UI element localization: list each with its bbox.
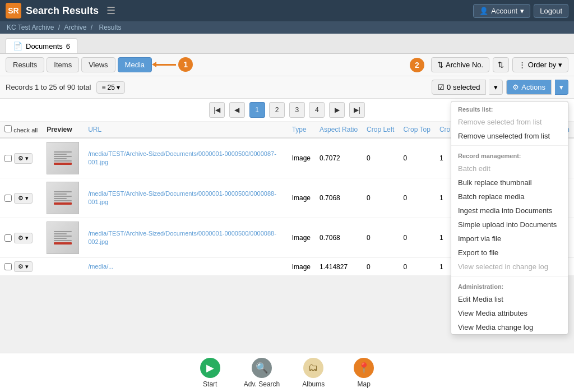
pagination-page-2[interactable]: 2 [269, 102, 285, 118]
row-4-url: /media/... [84, 258, 288, 276]
dropdown-item-remove-unselected[interactable]: Remove unselected from list [451, 129, 568, 143]
check-all-label: check all [13, 127, 38, 133]
dropdown-item-simple-upload[interactable]: Simple upload into Documents [451, 218, 568, 232]
logout-button[interactable]: Logout [534, 4, 568, 18]
breadcrumb-archive[interactable]: Archive [64, 24, 87, 31]
dropdown-item-view-media-attrs[interactable]: View Media attributes [451, 306, 568, 320]
col-crop-left: Crop Left [362, 122, 399, 138]
pagination-last-button[interactable]: ▶| [349, 102, 365, 118]
bottom-adv-search-button[interactable]: 🔍 Adv. Search [244, 358, 280, 388]
adv-search-label: Adv. Search [244, 380, 280, 388]
row-3-url-link[interactable]: /media/TEST/Archive-Sized/Documents/0000… [88, 230, 276, 245]
row-1-gear-button[interactable]: ⚙ ▾ [14, 153, 33, 164]
archive-no-button[interactable]: ⇅ Archive No. [431, 57, 489, 72]
per-page-chevron: ▾ [117, 84, 120, 91]
col-aspect-ratio: Aspect Ratio [315, 122, 362, 138]
dropdown-item-import-file[interactable]: Import via file [451, 232, 568, 246]
dropdown-item-bulk-replace-thumbnail[interactable]: Bulk replace thumbnail [451, 176, 568, 190]
row-2-gear-button[interactable]: ⚙ ▾ [14, 193, 33, 204]
pagination-next-button[interactable]: ▶ [329, 102, 345, 118]
bottom-navigation-bar: ▶ Start 🔍 Adv. Search 🗂 Albums 📍 Map [0, 353, 574, 392]
pagination-prev-button[interactable]: ◀ [229, 102, 245, 118]
start-icon: ▶ [200, 358, 220, 378]
row-1-url-link[interactable]: /media/TEST/Archive-Sized/Documents/0000… [88, 150, 276, 165]
tab-items[interactable]: Items [47, 57, 79, 72]
row-4-gear-button[interactable]: ⚙ ▾ [14, 261, 33, 272]
dropdown-item-edit-media-list[interactable]: Edit Media list [451, 292, 568, 306]
main-content: 📄 Documents 6 Results Items Views Media … [0, 34, 574, 276]
order-by-icon: ⋮ [519, 61, 526, 69]
breadcrumb: KC Test Archive / Archive / Results [0, 21, 574, 34]
selected-button[interactable]: ☑ 0 selected [432, 80, 486, 95]
row-4-crop-top: 0 [399, 258, 434, 276]
col-check: check all [0, 122, 42, 138]
check-all-checkbox[interactable] [4, 125, 12, 132]
row-3-gear-button[interactable]: ⚙ ▾ [14, 233, 33, 243]
albums-label: Albums [302, 380, 325, 388]
dropdown-item-view-media-change-log[interactable]: View Media change log [451, 320, 568, 334]
tab-results[interactable]: Results [6, 57, 44, 72]
row-3-crop-top: 0 [399, 218, 434, 258]
top-bar-right: 👤 Account ▾ Logout [473, 4, 568, 18]
map-label: Map [358, 380, 371, 388]
col-type: Type [288, 122, 315, 138]
pagination-page-3[interactable]: 3 [289, 102, 305, 118]
row-3-type: Image [288, 218, 315, 258]
actions-button[interactable]: ⚙ Actions [506, 80, 552, 95]
records-bar: Records 1 to 25 of 90 total ≡ 25 ▾ ☑ 0 s… [0, 76, 574, 99]
dropdown-item-remove-selected: Remove selected from list [451, 115, 568, 129]
row-2-url-link[interactable]: /media/TEST/Archive-Sized/Documents/0000… [88, 190, 276, 205]
per-page-button[interactable]: ≡ 25 ▾ [96, 81, 124, 94]
selected-dropdown-button[interactable]: ▾ [489, 80, 503, 95]
row-3-url: /media/TEST/Archive-Sized/Documents/0000… [84, 218, 288, 258]
row-3-checkbox[interactable] [4, 234, 12, 242]
breadcrumb-home[interactable]: KC Test Archive [7, 24, 54, 31]
row-3-crop-left: 0 [362, 218, 399, 258]
dropdown-item-batch-replace-media[interactable]: Batch replace media [451, 190, 568, 204]
row-4-preview [42, 258, 84, 276]
bottom-albums-button[interactable]: 🗂 Albums [297, 358, 330, 388]
account-button[interactable]: 👤 Account ▾ [473, 4, 530, 18]
account-icon: 👤 [479, 7, 488, 15]
actions-gear-icon: ⚙ [512, 83, 519, 91]
dropdown-divider-1 [451, 145, 568, 146]
row-1-controls: ⚙ ▾ [0, 138, 42, 178]
top-bar-left: SR Search Results ☰ [6, 3, 115, 19]
documents-tab[interactable]: 📄 Documents 6 [6, 38, 77, 53]
start-label: Start [203, 380, 217, 388]
breadcrumb-sep-2: / [91, 24, 95, 31]
row-4-controls: ⚙ ▾ [0, 258, 42, 276]
bottom-start-button[interactable]: ▶ Start [193, 358, 227, 388]
dropdown-section-admin-label: Administration: [451, 279, 568, 292]
row-4-url-link[interactable]: /media/... [88, 263, 113, 270]
dropdown-item-export-file[interactable]: Export to file [451, 246, 568, 260]
dropdown-item-view-change-log: View selected in change log [451, 260, 568, 274]
row-2-checkbox[interactable] [4, 195, 12, 202]
col-url: URL [84, 122, 288, 138]
row-1-checkbox[interactable] [4, 155, 12, 162]
breadcrumb-sep-1: / [58, 24, 62, 31]
tab-views[interactable]: Views [81, 57, 115, 72]
per-page-value: 25 [108, 84, 115, 91]
tab-media[interactable]: Media [118, 57, 152, 72]
sort-toggle-button[interactable]: ⇅ [493, 57, 509, 72]
app-title: Search Results [26, 5, 99, 17]
bottom-map-button[interactable]: 📍 Map [347, 358, 381, 388]
pagination-first-button[interactable]: |◀ [209, 102, 225, 118]
col-preview: Preview [42, 122, 84, 138]
row-2-preview [42, 178, 84, 218]
pagination-page-1[interactable]: 1 [249, 102, 265, 118]
row-3-thumbnail [47, 222, 79, 254]
actions-label: Actions [521, 83, 545, 91]
row-4-checkbox[interactable] [4, 263, 12, 270]
row-2-aspect-ratio: 0.7068 [315, 178, 362, 218]
toolbar-right: 2 ⇅ Archive No. ⇅ ⋮ Order by ▾ [410, 57, 568, 72]
per-page-icon: ≡ [101, 84, 105, 91]
app-icon: SR [6, 3, 21, 19]
row-4-type: Image [288, 258, 315, 276]
pagination-page-4[interactable]: 4 [309, 102, 325, 118]
hamburger-menu-button[interactable]: ☰ [107, 4, 115, 17]
order-by-button[interactable]: ⋮ Order by ▾ [512, 57, 568, 72]
dropdown-item-ingest-media[interactable]: Ingest media into Documents [451, 204, 568, 218]
actions-dropdown-button[interactable]: ▾ [555, 80, 568, 95]
